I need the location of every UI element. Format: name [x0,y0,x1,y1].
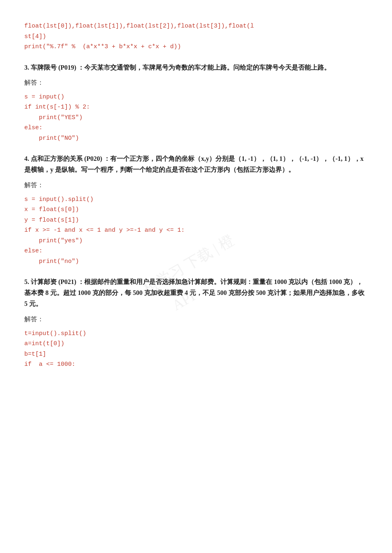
q4-number: 4. [24,155,29,162]
q4-pid: (P020) [84,155,102,162]
q3-title-text: 车牌限号 [31,64,57,71]
q3-answer-label: 解答： [24,79,368,87]
q3-desc: ：今天某市交通管制，车牌尾号为奇数的车才能上路。问给定的车牌号今天是否能上路。 [78,64,330,71]
question-5-title: 5. 计算邮资 (P021) ：根据邮件的重量和用户是否选择加急计算邮费。计算规… [24,276,368,310]
question-5-section: 5. 计算邮资 (P021) ：根据邮件的重量和用户是否选择加急计算邮费。计算规… [24,276,368,370]
question-4-title: 4. 点和正方形的关系 (P020) ：有一个正方形，四个角的坐标（x,y）分别… [24,153,368,175]
q4-code: s = input().split() x = float(s[0]) y = … [24,194,368,267]
q5-code: t=input().split() a=int(t[0]) b=t[1] if … [24,329,368,370]
q5-answer-label: 解答： [24,315,368,324]
question-3-title: 3. 车牌限号 (P019) ：今天某市交通管制，车牌尾号为奇数的车才能上路。问… [24,62,368,73]
q5-pid: (P021) [58,278,76,285]
top-code: float(lst[0]),float(lst[1]),float(lst[2]… [24,21,368,52]
q4-answer-label: 解答： [24,181,368,190]
top-code-section: float(lst[0]),float(lst[1]),float(lst[2]… [24,21,368,52]
q5-title-text: 计算邮资 [31,278,57,285]
q5-number: 5. [24,278,29,285]
q4-title-text: 点和正方形的关系 [31,155,83,162]
page-content: float(lst[0]),float(lst[1]),float(lst[2]… [24,21,368,370]
question-3-section: 3. 车牌限号 (P019) ：今天某市交通管制，车牌尾号为奇数的车才能上路。问… [24,62,368,144]
q3-code: s = input() if int(s[-1]) % 2: print("YE… [24,92,368,144]
q3-pid: (P019) [58,64,76,71]
q3-number: 3. [24,64,29,71]
question-4-section: 4. 点和正方形的关系 (P020) ：有一个正方形，四个角的坐标（x,y）分别… [24,153,368,267]
